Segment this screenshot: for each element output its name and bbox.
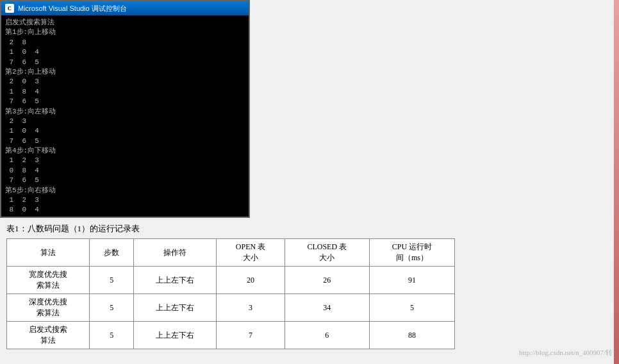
console-line: 7 6 5	[5, 58, 245, 67]
table-cell: 深度优先搜索算法	[7, 294, 90, 322]
table-cell: 5	[90, 322, 134, 349]
table-cell: 启发式搜索算法	[7, 322, 90, 349]
table-cell: 91	[369, 267, 454, 294]
console-line: 2 3	[5, 117, 245, 126]
right-bar-decoration	[614, 0, 619, 364]
console-titlebar: C Microsoft Visual Studio 调试控制台	[1, 1, 249, 15]
console-line: 1 8 4	[5, 87, 245, 97]
console-body: 启发式搜索算法第1步:向上移动 2 8 1 0 4 7 6 5第2步:向上移动 …	[1, 15, 249, 217]
console-line: 第4步:向下移动	[5, 146, 245, 156]
table-cell: 5	[90, 267, 134, 294]
console-icon: C	[5, 4, 14, 13]
table-cell: 5	[369, 294, 454, 322]
table-cell: 34	[285, 294, 369, 322]
console-line: 1 2 3	[5, 156, 245, 165]
console-line: 7 6 5	[5, 136, 245, 146]
watermark: http://blog.csdn.net/n_400907/转	[519, 348, 613, 358]
col-algorithm: 算法	[7, 239, 90, 267]
table-row: 深度优先搜索算法5上上左下右3345	[7, 294, 455, 322]
console-line: 第1步:向上移动	[5, 28, 245, 37]
console-line: 7 6 5	[5, 176, 245, 185]
table-cell: 26	[285, 267, 369, 294]
table-cell: 3	[217, 294, 285, 322]
table-header-row: 算法 步数 操作符 OPEN 表大小 CLOSED 表大小 CPU 运行时间（m…	[7, 239, 455, 267]
console-line: 第2步:向上移动	[5, 67, 245, 77]
console-line: 7 6 5	[5, 215, 245, 217]
col-closed-size: CLOSED 表大小	[285, 239, 369, 267]
console-line: 第5步:向右移动	[5, 186, 245, 195]
table-cell: 5	[90, 294, 134, 322]
table-cell: 上上左下右	[134, 294, 217, 322]
col-operators: 操作符	[134, 239, 217, 267]
table-row: 宽度优先搜索算法5上上左下右202691	[7, 267, 455, 294]
console-line: 2 8	[5, 38, 245, 47]
col-cpu-time: CPU 运行时间（ms）	[369, 239, 454, 267]
col-steps: 步数	[90, 239, 134, 267]
console-line: 启发式搜索算法	[5, 18, 245, 28]
console-window: C Microsoft Visual Studio 调试控制台 启发式搜索算法第…	[0, 0, 250, 218]
console-line: 7 6 5	[5, 97, 245, 106]
table-cell: 上上左下右	[134, 267, 217, 294]
table-cell: 6	[285, 322, 369, 349]
table-row: 启发式搜索算法5上上左下右7688	[7, 322, 455, 349]
table-area: 表1：八数码问题（1）的运行记录表 算法 步数 操作符 OPEN 表大小 CLO…	[0, 218, 487, 354]
console-line: 1 0 4	[5, 47, 245, 57]
console-title: Microsoft Visual Studio 调试控制台	[18, 4, 127, 13]
table-title: 表1：八数码问题（1）的运行记录表	[6, 223, 481, 235]
data-table: 算法 步数 操作符 OPEN 表大小 CLOSED 表大小 CPU 运行时间（m…	[6, 238, 455, 349]
console-line: 0 8 4	[5, 166, 245, 176]
console-line: 1 0 4	[5, 126, 245, 136]
console-line: 1 2 3	[5, 195, 245, 205]
table-cell: 88	[369, 322, 454, 349]
table-cell: 20	[217, 267, 285, 294]
console-line: 8 0 4	[5, 205, 245, 215]
console-line: 第3步:向左移动	[5, 107, 245, 117]
table-cell: 上上左下右	[134, 322, 217, 349]
col-open-size: OPEN 表大小	[217, 239, 285, 267]
console-line: 2 0 3	[5, 77, 245, 87]
table-cell: 7	[217, 322, 285, 349]
table-cell: 宽度优先搜索算法	[7, 267, 90, 294]
